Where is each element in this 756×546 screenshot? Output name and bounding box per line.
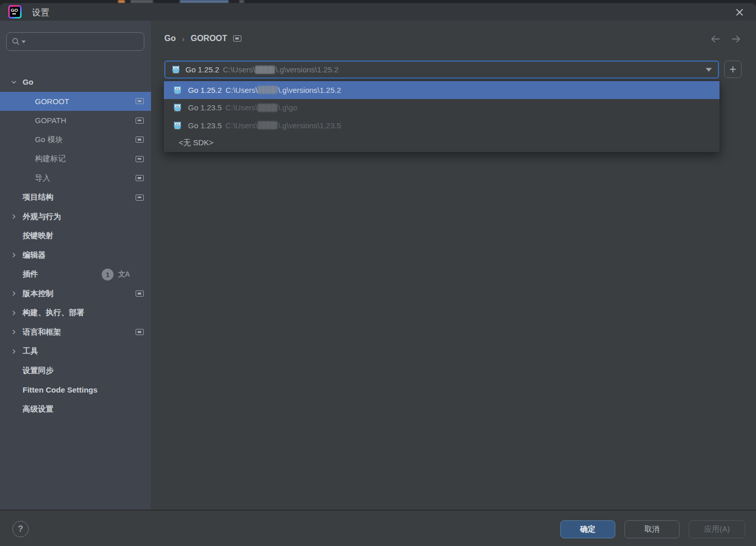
- cancel-button[interactable]: 取消: [625, 520, 679, 538]
- chevron-collapsed-icon[interactable]: [10, 309, 17, 317]
- selected-sdk-name: Go 1.25.2: [185, 65, 219, 74]
- sidebar-item-build-tags[interactable]: 构建标记: [0, 149, 151, 169]
- dialog-footer: ? 确定 取消 应用(A): [0, 511, 756, 546]
- breadcrumb-go[interactable]: Go: [164, 34, 176, 43]
- censored-username: [258, 121, 277, 129]
- per-project-settings-icon: [136, 194, 144, 201]
- apply-button: 应用(A): [689, 520, 745, 538]
- chevron-collapsed-icon[interactable]: [10, 348, 17, 355]
- back-arrow-icon[interactable]: [710, 34, 721, 44]
- sidebar-item-build-execution-deployment[interactable]: 构建、执行、部署: [0, 303, 151, 323]
- sidebar-item-tools[interactable]: 工具: [0, 342, 151, 361]
- sidebar-item-project-structure[interactable]: 项目结构: [0, 188, 151, 207]
- sdk-option[interactable]: Go 1.23.5 C:\Users\ \.g\versions\1.23.5: [164, 116, 720, 134]
- sidebar-item-plugins[interactable]: 插件 1 文A: [0, 265, 151, 284]
- chevron-collapsed-icon[interactable]: [10, 251, 17, 259]
- sidebar-item-settings-sync[interactable]: 设置同步: [0, 361, 151, 381]
- per-project-settings-icon: [233, 35, 241, 42]
- help-button[interactable]: ?: [12, 521, 29, 537]
- ok-button[interactable]: 确定: [560, 520, 615, 538]
- sdk-option[interactable]: Go 1.25.2 C:\Users\ \.g\versions\1.25.2: [164, 81, 720, 99]
- close-icon[interactable]: [730, 5, 749, 20]
- search-box[interactable]: [6, 32, 144, 51]
- go-gopher-icon: [172, 65, 180, 74]
- screen: GO 设置 Go G: [0, 0, 756, 546]
- settings-dialog: GO 设置 Go G: [0, 3, 756, 546]
- per-project-settings-icon: [136, 329, 144, 335]
- plugins-count-badge: 1: [102, 268, 114, 280]
- censored-username: [255, 66, 275, 74]
- sidebar-item-version-control[interactable]: 版本控制: [0, 284, 151, 304]
- sidebar-item-go-modules[interactable]: Go 模块: [0, 130, 151, 150]
- sidebar-item-go[interactable]: Go: [0, 72, 151, 92]
- sidebar-item-imports[interactable]: 导入: [0, 169, 151, 188]
- sdk-option[interactable]: Go 1.23.5 C:\Users\ \.g\go: [164, 99, 720, 117]
- breadcrumb-separator: ›: [182, 34, 184, 43]
- goroot-sdk-selector[interactable]: Go 1.25.2 C:\Users\ \.g\versions\1.25.2: [164, 61, 719, 79]
- sdk-option-none[interactable]: <无 SDK>: [164, 134, 720, 152]
- go-gopher-icon: [173, 103, 182, 112]
- per-project-settings-icon: [136, 175, 144, 181]
- censored-username: [258, 86, 277, 94]
- add-sdk-button[interactable]: +: [724, 61, 742, 78]
- per-project-settings-icon: [136, 156, 144, 162]
- go-gopher-icon: [173, 86, 182, 94]
- sidebar-item-languages-frameworks[interactable]: 语言和框架: [0, 323, 151, 342]
- censored-username: [258, 104, 277, 112]
- chevron-down-icon[interactable]: [706, 68, 712, 71]
- search-options-caret-icon[interactable]: [22, 41, 26, 43]
- chevron-expanded-icon[interactable]: [10, 79, 17, 86]
- translate-icon: 文A: [118, 270, 129, 279]
- chevron-collapsed-icon[interactable]: [10, 290, 17, 297]
- history-navigation: [710, 34, 742, 44]
- settings-sidebar: Go GOROOT GOPATH Go 模块 构建标记: [0, 21, 151, 510]
- sidebar-item-appearance-behavior[interactable]: 外观与行为: [0, 207, 151, 227]
- titlebar: GO 设置: [0, 3, 756, 21]
- per-project-settings-icon: [136, 98, 144, 104]
- search-input[interactable]: [29, 37, 131, 46]
- per-project-settings-icon: [136, 290, 144, 297]
- sidebar-item-keymap[interactable]: 按键映射: [0, 226, 151, 246]
- settings-tree: Go GOROOT GOPATH Go 模块 构建标记: [0, 72, 151, 419]
- sidebar-item-advanced-settings[interactable]: 高级设置: [0, 400, 151, 419]
- goroot-settings-pane: Go › GOROOT Go 1.25.2: [151, 21, 756, 510]
- per-project-settings-icon: [136, 118, 144, 124]
- selected-sdk-path: C:\Users\ \.g\versions\1.25.2: [223, 65, 338, 74]
- search-icon: [12, 37, 20, 46]
- forward-arrow-icon[interactable]: [730, 34, 742, 44]
- sidebar-item-goroot[interactable]: GOROOT: [0, 92, 151, 111]
- chevron-collapsed-icon[interactable]: [10, 213, 17, 220]
- breadcrumb: Go › GOROOT: [164, 34, 241, 43]
- sdk-dropdown-list: Go 1.25.2 C:\Users\ \.g\versions\1.25.2: [163, 81, 720, 152]
- per-project-settings-icon: [136, 136, 144, 143]
- chevron-collapsed-icon[interactable]: [10, 328, 17, 336]
- sidebar-item-fitten-code-settings[interactable]: Fitten Code Settings: [0, 380, 151, 400]
- sidebar-item-gopath[interactable]: GOPATH: [0, 111, 151, 130]
- goland-logo-icon: GO: [8, 5, 22, 18]
- sidebar-item-editor[interactable]: 编辑器: [0, 246, 151, 265]
- window-title: 设置: [32, 7, 49, 18]
- go-gopher-icon: [173, 121, 182, 130]
- breadcrumb-goroot: GOROOT: [191, 34, 227, 43]
